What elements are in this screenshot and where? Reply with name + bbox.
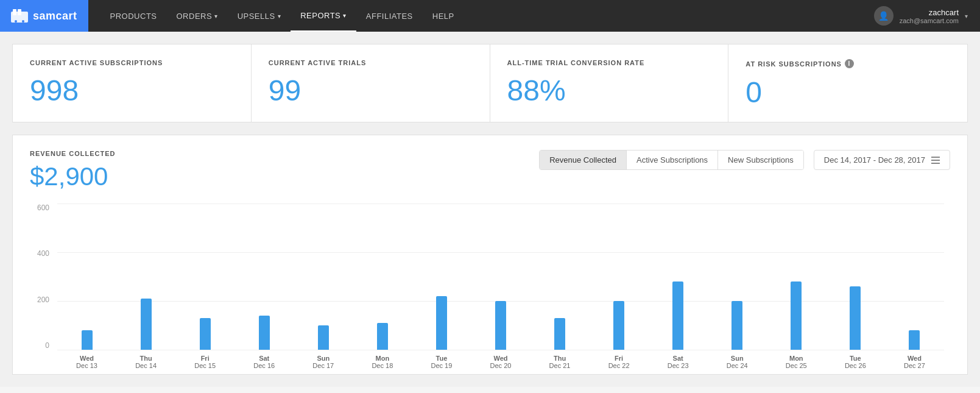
tab-active-subscriptions[interactable]: Active Subscriptions [627, 150, 718, 169]
stat-value-at-risk: 0 [746, 78, 950, 107]
x-label-date-4: Dec 17 [312, 362, 334, 369]
x-label-date-7: Dec 20 [490, 362, 512, 369]
bar-group-dec-27[interactable] [885, 204, 944, 350]
x-label-day-7: Wed [493, 355, 507, 362]
x-label-group-dec-18: MonDec 18 [353, 350, 412, 374]
bar-group-dec-14[interactable] [116, 204, 175, 350]
upsells-caret-icon: ▾ [278, 13, 281, 19]
bar-dec-24 [731, 301, 742, 350]
date-range-picker[interactable]: Dec 14, 2017 - Dec 28, 2017 [814, 150, 950, 170]
cart-icon [11, 9, 28, 23]
x-label-day-4: Sun [317, 355, 330, 362]
user-email: zach@samcart.com [900, 17, 959, 24]
chart-area [57, 204, 944, 350]
x-label-group-dec-22: FriDec 22 [590, 350, 649, 374]
user-name: zachcart [900, 8, 959, 17]
y-label-200: 200 [30, 296, 54, 304]
x-label-date-12: Dec 25 [786, 362, 807, 369]
user-menu[interactable]: 👤 zachcart zach@samcart.com ▾ [874, 6, 968, 26]
bar-dec-27 [909, 330, 920, 350]
bar-dec-25 [791, 281, 802, 350]
bar-dec-20 [495, 301, 506, 350]
stat-card-active-subscriptions: CURRENT ACTIVE SUBSCRIPTIONS 998 [13, 44, 252, 122]
bar-dec-21 [554, 318, 565, 350]
nav-products[interactable]: PRODUCTS [100, 0, 167, 32]
user-info: zachcart zach@samcart.com [900, 8, 959, 24]
bar-dec-26 [850, 286, 861, 350]
x-label-date-6: Dec 19 [431, 362, 452, 369]
x-label-date-9: Dec 22 [608, 362, 630, 369]
bar-group-dec-25[interactable] [767, 204, 826, 350]
x-label-day-12: Mon [789, 355, 803, 362]
x-label-group-dec-24: SunDec 24 [708, 350, 767, 374]
bar-group-dec-21[interactable] [531, 204, 590, 350]
main-content: CURRENT ACTIVE SUBSCRIPTIONS 998 CURRENT… [0, 32, 980, 387]
bar-group-dec-26[interactable] [826, 204, 885, 350]
x-labels: WedDec 13ThuDec 14FriDec 15SatDec 16SunD… [57, 350, 944, 374]
brand-logo[interactable]: samcart [0, 0, 88, 32]
x-label-day-8: Thu [554, 355, 566, 362]
bar-group-dec-23[interactable] [649, 204, 708, 350]
stat-label-at-risk: AT RISK SUBSCRIPTIONS i [746, 59, 950, 68]
stat-label-active-subscriptions: CURRENT ACTIVE SUBSCRIPTIONS [30, 59, 234, 66]
y-label-400: 400 [30, 249, 54, 258]
x-label-date-1: Dec 14 [135, 362, 157, 369]
x-label-date-13: Dec 26 [845, 362, 866, 369]
bar-group-dec-20[interactable] [471, 204, 530, 350]
revenue-header: REVENUE COLLECTED $2,900 Revenue Collect… [30, 150, 950, 191]
svg-point-3 [15, 20, 17, 23]
svg-rect-2 [18, 9, 21, 15]
bar-group-dec-17[interactable] [294, 204, 353, 350]
bar-group-dec-19[interactable] [412, 204, 471, 350]
x-label-group-dec-13: WedDec 13 [57, 350, 116, 374]
orders-caret-icon: ▾ [214, 13, 218, 19]
y-label-0: 0 [30, 341, 54, 350]
x-label-day-0: Wed [80, 355, 94, 362]
x-label-group-dec-16: SatDec 16 [234, 350, 294, 374]
x-label-day-6: Tue [436, 355, 448, 362]
nav-help[interactable]: HELP [423, 0, 464, 32]
x-label-group-dec-15: FriDec 15 [175, 350, 234, 374]
bar-dec-14 [141, 299, 152, 350]
stat-label-trial-conversion: ALL-TIME TRIAL CONVERSION RATE [507, 59, 711, 66]
at-risk-info-icon[interactable]: i [845, 59, 854, 68]
bar-dec-13 [82, 330, 93, 350]
x-label-day-3: Sat [259, 355, 269, 362]
tab-revenue-collected[interactable]: Revenue Collected [540, 150, 627, 169]
x-label-date-0: Dec 13 [76, 362, 97, 369]
svg-point-4 [22, 20, 24, 23]
bar-group-dec-22[interactable] [590, 204, 649, 350]
bar-group-dec-18[interactable] [353, 204, 412, 350]
x-label-day-5: Mon [376, 355, 390, 362]
bar-group-dec-24[interactable] [708, 204, 767, 350]
stat-card-trial-conversion: ALL-TIME TRIAL CONVERSION RATE 88% [490, 44, 729, 122]
bar-group-dec-16[interactable] [234, 204, 294, 350]
x-label-group-dec-17: SunDec 17 [294, 350, 353, 374]
x-label-day-13: Tue [850, 355, 861, 362]
x-label-group-dec-21: ThuDec 21 [531, 350, 590, 374]
bar-dec-16 [259, 316, 270, 350]
x-label-date-3: Dec 16 [253, 362, 275, 369]
bar-dec-23 [672, 281, 683, 350]
chart-container: 600 400 200 0 WedDec 13ThuDec 14FriDec 1… [30, 204, 950, 374]
nav-orders[interactable]: ORDERS ▾ [167, 0, 228, 32]
nav-reports[interactable]: REPORTS ▾ [291, 0, 356, 32]
stat-card-active-trials: CURRENT ACTIVE TRIALS 99 [252, 44, 490, 122]
x-label-date-14: Dec 27 [904, 362, 925, 369]
x-label-day-10: Sat [673, 355, 683, 362]
bars-container [57, 204, 944, 350]
chart-y-labels: 600 400 200 0 [30, 204, 54, 350]
date-range-icon [931, 157, 940, 164]
navbar: samcart PRODUCTS ORDERS ▾ UPSELLS ▾ REPO… [0, 0, 980, 32]
nav-upsells[interactable]: UPSELLS ▾ [228, 0, 291, 32]
reports-caret-icon: ▾ [343, 12, 347, 19]
bar-group-dec-13[interactable] [57, 204, 116, 350]
tab-new-subscriptions[interactable]: New Subscriptions [718, 150, 803, 169]
bar-group-dec-15[interactable] [175, 204, 234, 350]
stat-value-active-trials: 99 [269, 76, 473, 105]
x-label-group-dec-25: MonDec 25 [767, 350, 826, 374]
x-label-group-dec-14: ThuDec 14 [116, 350, 175, 374]
date-range-text: Dec 14, 2017 - Dec 28, 2017 [824, 155, 925, 165]
nav-affiliates[interactable]: AFFILIATES [356, 0, 423, 32]
user-caret-icon: ▾ [965, 13, 968, 19]
